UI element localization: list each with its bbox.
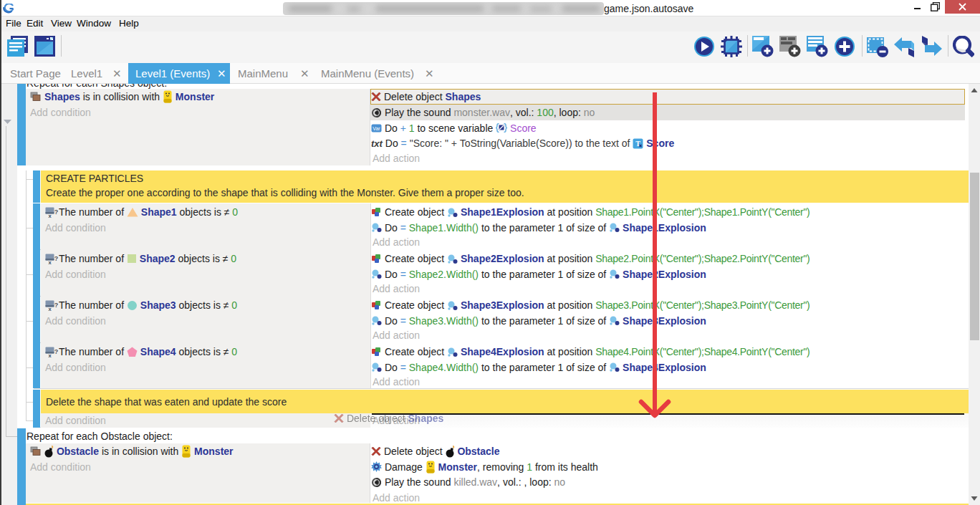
svg-text:?: ? (54, 302, 59, 309)
svg-text:Var: Var (373, 125, 380, 130)
svg-text:?: ? (54, 348, 59, 355)
svg-text:?: ? (54, 255, 59, 262)
svg-text:?: ? (54, 208, 59, 216)
